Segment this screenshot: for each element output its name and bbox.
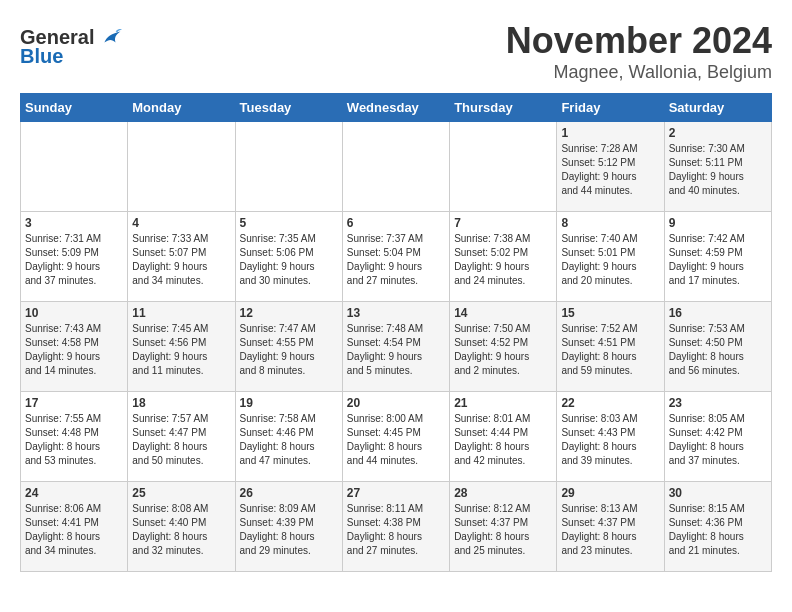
calendar-cell [450, 122, 557, 212]
day-info: Sunrise: 8:11 AM Sunset: 4:38 PM Dayligh… [347, 502, 445, 558]
day-info: Sunrise: 7:50 AM Sunset: 4:52 PM Dayligh… [454, 322, 552, 378]
calendar-cell: 16Sunrise: 7:53 AM Sunset: 4:50 PM Dayli… [664, 302, 771, 392]
day-number: 30 [669, 486, 767, 500]
day-info: Sunrise: 8:06 AM Sunset: 4:41 PM Dayligh… [25, 502, 123, 558]
calendar-cell: 21Sunrise: 8:01 AM Sunset: 4:44 PM Dayli… [450, 392, 557, 482]
calendar-cell: 25Sunrise: 8:08 AM Sunset: 4:40 PM Dayli… [128, 482, 235, 572]
month-title: November 2024 [506, 20, 772, 62]
calendar-cell: 11Sunrise: 7:45 AM Sunset: 4:56 PM Dayli… [128, 302, 235, 392]
calendar-cell [342, 122, 449, 212]
logo-text: General Blue [20, 25, 122, 67]
day-info: Sunrise: 7:38 AM Sunset: 5:02 PM Dayligh… [454, 232, 552, 288]
day-info: Sunrise: 7:45 AM Sunset: 4:56 PM Dayligh… [132, 322, 230, 378]
calendar-cell [21, 122, 128, 212]
day-info: Sunrise: 7:58 AM Sunset: 4:46 PM Dayligh… [240, 412, 338, 468]
week-row-5: 24Sunrise: 8:06 AM Sunset: 4:41 PM Dayli… [21, 482, 772, 572]
day-number: 24 [25, 486, 123, 500]
location-title: Magnee, Wallonia, Belgium [506, 62, 772, 83]
calendar-cell: 5Sunrise: 7:35 AM Sunset: 5:06 PM Daylig… [235, 212, 342, 302]
day-info: Sunrise: 8:01 AM Sunset: 4:44 PM Dayligh… [454, 412, 552, 468]
day-info: Sunrise: 8:15 AM Sunset: 4:36 PM Dayligh… [669, 502, 767, 558]
calendar-cell: 10Sunrise: 7:43 AM Sunset: 4:58 PM Dayli… [21, 302, 128, 392]
day-number: 10 [25, 306, 123, 320]
logo: General Blue [20, 25, 122, 67]
calendar-cell: 17Sunrise: 7:55 AM Sunset: 4:48 PM Dayli… [21, 392, 128, 482]
logo-blue: Blue [20, 45, 122, 67]
calendar-cell: 23Sunrise: 8:05 AM Sunset: 4:42 PM Dayli… [664, 392, 771, 482]
day-info: Sunrise: 8:03 AM Sunset: 4:43 PM Dayligh… [561, 412, 659, 468]
day-number: 7 [454, 216, 552, 230]
day-info: Sunrise: 7:28 AM Sunset: 5:12 PM Dayligh… [561, 142, 659, 198]
day-number: 15 [561, 306, 659, 320]
day-number: 12 [240, 306, 338, 320]
header-area: General Blue November 2024 Magnee, Wallo… [20, 20, 772, 83]
day-number: 4 [132, 216, 230, 230]
calendar-cell: 7Sunrise: 7:38 AM Sunset: 5:02 PM Daylig… [450, 212, 557, 302]
calendar-cell [235, 122, 342, 212]
day-info: Sunrise: 8:12 AM Sunset: 4:37 PM Dayligh… [454, 502, 552, 558]
day-info: Sunrise: 7:33 AM Sunset: 5:07 PM Dayligh… [132, 232, 230, 288]
calendar-cell: 8Sunrise: 7:40 AM Sunset: 5:01 PM Daylig… [557, 212, 664, 302]
header-thursday: Thursday [450, 94, 557, 122]
day-info: Sunrise: 7:43 AM Sunset: 4:58 PM Dayligh… [25, 322, 123, 378]
day-number: 8 [561, 216, 659, 230]
day-info: Sunrise: 7:53 AM Sunset: 4:50 PM Dayligh… [669, 322, 767, 378]
day-number: 2 [669, 126, 767, 140]
day-info: Sunrise: 7:31 AM Sunset: 5:09 PM Dayligh… [25, 232, 123, 288]
day-info: Sunrise: 7:37 AM Sunset: 5:04 PM Dayligh… [347, 232, 445, 288]
title-area: November 2024 Magnee, Wallonia, Belgium [506, 20, 772, 83]
day-info: Sunrise: 7:57 AM Sunset: 4:47 PM Dayligh… [132, 412, 230, 468]
day-number: 1 [561, 126, 659, 140]
day-info: Sunrise: 7:30 AM Sunset: 5:11 PM Dayligh… [669, 142, 767, 198]
day-info: Sunrise: 8:13 AM Sunset: 4:37 PM Dayligh… [561, 502, 659, 558]
calendar-cell: 14Sunrise: 7:50 AM Sunset: 4:52 PM Dayli… [450, 302, 557, 392]
day-info: Sunrise: 7:35 AM Sunset: 5:06 PM Dayligh… [240, 232, 338, 288]
calendar-cell: 3Sunrise: 7:31 AM Sunset: 5:09 PM Daylig… [21, 212, 128, 302]
calendar-cell: 15Sunrise: 7:52 AM Sunset: 4:51 PM Dayli… [557, 302, 664, 392]
calendar-cell: 29Sunrise: 8:13 AM Sunset: 4:37 PM Dayli… [557, 482, 664, 572]
calendar-cell: 1Sunrise: 7:28 AM Sunset: 5:12 PM Daylig… [557, 122, 664, 212]
calendar-table: SundayMondayTuesdayWednesdayThursdayFrid… [20, 93, 772, 572]
day-info: Sunrise: 8:00 AM Sunset: 4:45 PM Dayligh… [347, 412, 445, 468]
day-info: Sunrise: 8:05 AM Sunset: 4:42 PM Dayligh… [669, 412, 767, 468]
day-number: 18 [132, 396, 230, 410]
day-number: 22 [561, 396, 659, 410]
calendar-cell: 20Sunrise: 8:00 AM Sunset: 4:45 PM Dayli… [342, 392, 449, 482]
day-info: Sunrise: 7:42 AM Sunset: 4:59 PM Dayligh… [669, 232, 767, 288]
day-number: 29 [561, 486, 659, 500]
day-info: Sunrise: 8:08 AM Sunset: 4:40 PM Dayligh… [132, 502, 230, 558]
header-friday: Friday [557, 94, 664, 122]
header-sunday: Sunday [21, 94, 128, 122]
weekday-header-row: SundayMondayTuesdayWednesdayThursdayFrid… [21, 94, 772, 122]
week-row-1: 1Sunrise: 7:28 AM Sunset: 5:12 PM Daylig… [21, 122, 772, 212]
calendar-cell: 27Sunrise: 8:11 AM Sunset: 4:38 PM Dayli… [342, 482, 449, 572]
day-number: 16 [669, 306, 767, 320]
day-number: 6 [347, 216, 445, 230]
day-number: 3 [25, 216, 123, 230]
header-tuesday: Tuesday [235, 94, 342, 122]
day-info: Sunrise: 7:47 AM Sunset: 4:55 PM Dayligh… [240, 322, 338, 378]
calendar-cell: 6Sunrise: 7:37 AM Sunset: 5:04 PM Daylig… [342, 212, 449, 302]
day-number: 28 [454, 486, 552, 500]
calendar-cell: 22Sunrise: 8:03 AM Sunset: 4:43 PM Dayli… [557, 392, 664, 482]
day-number: 11 [132, 306, 230, 320]
calendar-cell [128, 122, 235, 212]
day-info: Sunrise: 8:09 AM Sunset: 4:39 PM Dayligh… [240, 502, 338, 558]
calendar-cell: 28Sunrise: 8:12 AM Sunset: 4:37 PM Dayli… [450, 482, 557, 572]
day-number: 25 [132, 486, 230, 500]
day-number: 14 [454, 306, 552, 320]
day-info: Sunrise: 7:40 AM Sunset: 5:01 PM Dayligh… [561, 232, 659, 288]
day-number: 13 [347, 306, 445, 320]
day-number: 27 [347, 486, 445, 500]
day-number: 19 [240, 396, 338, 410]
day-info: Sunrise: 7:52 AM Sunset: 4:51 PM Dayligh… [561, 322, 659, 378]
calendar-cell: 2Sunrise: 7:30 AM Sunset: 5:11 PM Daylig… [664, 122, 771, 212]
calendar-cell: 19Sunrise: 7:58 AM Sunset: 4:46 PM Dayli… [235, 392, 342, 482]
day-number: 20 [347, 396, 445, 410]
header-monday: Monday [128, 94, 235, 122]
calendar-cell: 26Sunrise: 8:09 AM Sunset: 4:39 PM Dayli… [235, 482, 342, 572]
calendar-cell: 24Sunrise: 8:06 AM Sunset: 4:41 PM Dayli… [21, 482, 128, 572]
day-number: 21 [454, 396, 552, 410]
day-info: Sunrise: 7:48 AM Sunset: 4:54 PM Dayligh… [347, 322, 445, 378]
day-number: 9 [669, 216, 767, 230]
